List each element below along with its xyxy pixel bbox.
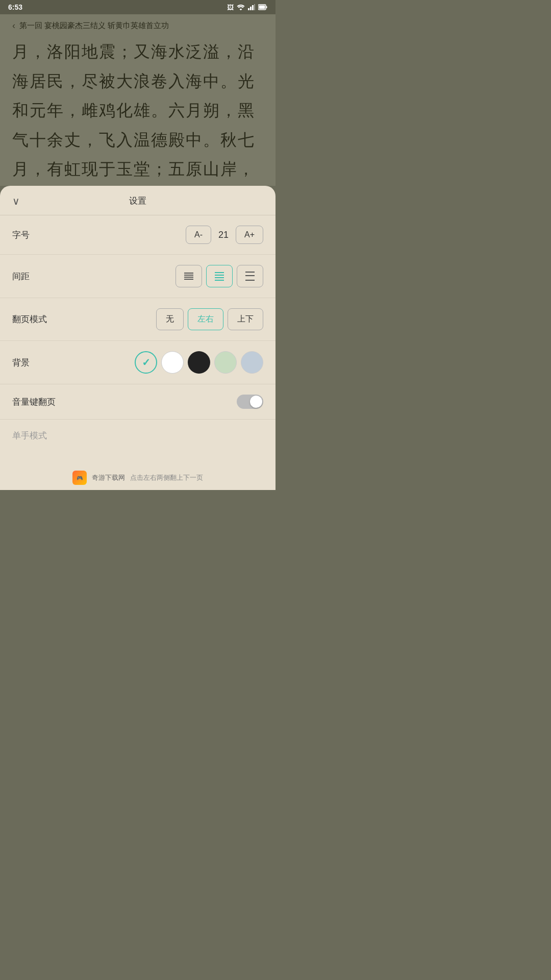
font-size-row: 字号 A- 21 A+ bbox=[0, 215, 276, 255]
page-mode-lr-button[interactable]: 左右 bbox=[188, 308, 223, 330]
spacing-normal-button[interactable] bbox=[206, 265, 233, 287]
svg-rect-6 bbox=[259, 6, 265, 9]
spacing-label: 间距 bbox=[12, 271, 30, 282]
settings-close-button[interactable]: ∨ bbox=[12, 195, 20, 207]
bottom-bar: 🎮 奇游下载网 点击左右两侧翻上下一页 bbox=[0, 465, 276, 490]
single-hand-label: 单手模式 bbox=[12, 430, 47, 442]
chapter-title: 第一回 宴桃园豪杰三结义 斩黄巾英雄首立功 bbox=[19, 21, 169, 31]
back-button[interactable]: ‹ bbox=[12, 20, 15, 31]
font-decrease-button[interactable]: A- bbox=[186, 226, 211, 244]
page-mode-ud-button[interactable]: 上下 bbox=[228, 308, 263, 330]
battery-icon bbox=[258, 4, 267, 10]
wifi-icon bbox=[237, 4, 245, 10]
svg-rect-5 bbox=[266, 6, 267, 8]
status-icons: 🖼 bbox=[227, 4, 267, 11]
bg-white-button[interactable] bbox=[161, 351, 184, 374]
svg-rect-3 bbox=[254, 4, 255, 10]
svg-rect-2 bbox=[252, 5, 254, 10]
logo-text: 🎮 bbox=[77, 475, 83, 481]
background-controls: ✓ bbox=[135, 351, 263, 374]
spacing-controls bbox=[176, 265, 263, 287]
bottom-logo: 🎮 bbox=[72, 471, 87, 485]
image-icon: 🖼 bbox=[227, 4, 234, 11]
bg-black-button[interactable] bbox=[188, 351, 210, 374]
font-size-value: 21 bbox=[215, 230, 232, 240]
status-time: 6:53 bbox=[8, 3, 22, 11]
page-mode-label: 翻页模式 bbox=[12, 313, 47, 325]
font-size-label: 字号 bbox=[12, 229, 30, 241]
single-hand-row: 单手模式 bbox=[0, 420, 276, 452]
chapter-header: ‹ 第一回 宴桃园豪杰三结义 斩黄巾英雄首立功 bbox=[12, 20, 263, 31]
bottom-bar-text: 奇游下载网 bbox=[92, 473, 125, 482]
bg-blue-button[interactable] bbox=[241, 351, 263, 374]
spacing-wide-button[interactable] bbox=[237, 265, 263, 287]
bg-sepia-button[interactable]: ✓ bbox=[135, 351, 157, 374]
status-bar: 6:53 🖼 bbox=[0, 0, 276, 14]
settings-header: ∨ 设置 bbox=[0, 186, 276, 215]
page-mode-none-button[interactable]: 无 bbox=[156, 308, 184, 330]
settings-panel: ∨ 设置 字号 A- 21 A+ 间距 bbox=[0, 186, 276, 490]
bg-check-icon: ✓ bbox=[142, 356, 151, 369]
svg-rect-0 bbox=[248, 8, 249, 10]
volume-key-label: 音量键翻页 bbox=[12, 396, 56, 408]
page-mode-controls: 无 左右 上下 bbox=[156, 308, 263, 330]
volume-key-row: 音量键翻页 bbox=[0, 384, 276, 420]
toggle-knob bbox=[250, 396, 262, 408]
background-row: 背景 ✓ bbox=[0, 341, 276, 384]
settings-title: 设置 bbox=[129, 195, 146, 207]
spacing-row: 间距 bbox=[0, 255, 276, 298]
bottom-bar-subtext: 点击左右两侧翻上下一页 bbox=[130, 473, 203, 482]
reading-area: ‹ 第一回 宴桃园豪杰三结义 斩黄巾英雄首立功 月，洛阳地震；又海水泛溢，沿海居… bbox=[0, 14, 276, 186]
bg-green-button[interactable] bbox=[214, 351, 237, 374]
font-increase-button[interactable]: A+ bbox=[236, 226, 263, 244]
background-label: 背景 bbox=[12, 357, 30, 369]
signal-icon bbox=[248, 4, 255, 10]
page-mode-row: 翻页模式 无 左右 上下 bbox=[0, 298, 276, 341]
spacing-compact-button[interactable] bbox=[176, 265, 202, 287]
svg-rect-1 bbox=[250, 7, 252, 10]
reading-text: 月，洛阳地震；又海水泛溢，沿海居民，尽被大浪卷入海中。光和元年，雌鸡化雄。六月朔… bbox=[12, 37, 263, 186]
font-size-controls: A- 21 A+ bbox=[186, 226, 263, 244]
volume-key-toggle[interactable] bbox=[237, 395, 263, 409]
